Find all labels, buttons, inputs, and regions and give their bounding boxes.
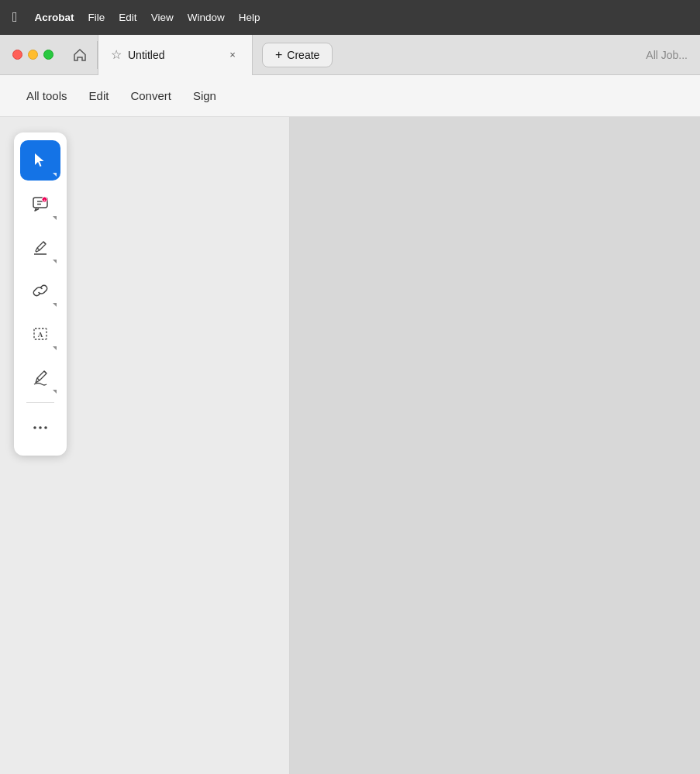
window-controls — [0, 50, 66, 60]
menu-help[interactable]: Help — [239, 12, 260, 23]
menu-window[interactable]: Window — [188, 12, 225, 23]
home-icon — [72, 47, 88, 63]
cursor-icon — [30, 150, 50, 170]
highlight-tool-button[interactable] — [20, 227, 60, 267]
close-window-button[interactable] — [12, 50, 22, 60]
svg-point-11 — [44, 426, 47, 429]
main-area: + — [0, 117, 700, 774]
svg-text:A: A — [38, 331, 43, 339]
menu-edit[interactable]: Edit — [119, 12, 136, 23]
background-tab-hint: All Job... — [633, 35, 700, 75]
text-select-tool-button[interactable]: A — [20, 314, 60, 354]
link-dropdown-indicator — [53, 303, 57, 307]
more-tools-button[interactable] — [20, 408, 60, 448]
tab-close-button[interactable]: × — [226, 48, 240, 62]
menu-bar:  Acrobat File Edit View Window Help — [0, 0, 700, 35]
link-icon — [30, 280, 50, 301]
create-button-label: Create — [287, 49, 319, 61]
toolbar-sign[interactable]: Sign — [185, 84, 224, 107]
comment-icon: + — [30, 194, 50, 214]
minimize-window-button[interactable] — [28, 50, 38, 60]
sign-icon — [30, 367, 50, 387]
maximize-window-button[interactable] — [43, 50, 53, 60]
right-panel — [290, 117, 700, 774]
svg-point-10 — [39, 426, 42, 429]
cursor-dropdown-indicator — [53, 173, 57, 177]
sign-dropdown-indicator — [53, 390, 57, 394]
menu-acrobat[interactable]: Acrobat — [35, 12, 74, 23]
apple-icon[interactable]:  — [12, 9, 18, 26]
highlight-icon — [30, 237, 50, 257]
svg-line-6 — [37, 248, 40, 250]
comment-dropdown-indicator — [53, 216, 57, 220]
text-select-icon: A — [30, 324, 50, 344]
menu-view[interactable]: View — [151, 12, 174, 23]
app-toolbar: All tools Edit Convert Sign — [0, 75, 700, 117]
more-icon — [30, 418, 50, 438]
toolbar-all-tools[interactable]: All tools — [19, 84, 75, 107]
left-panel: + — [0, 117, 290, 774]
tab-bar: ☆ Untitled × + Create All Job... — [0, 35, 700, 75]
svg-text:+: + — [43, 198, 46, 202]
active-tab[interactable]: ☆ Untitled × — [98, 35, 253, 75]
create-button[interactable]: + Create — [262, 43, 333, 67]
cursor-tool-button[interactable] — [20, 140, 60, 181]
highlight-dropdown-indicator — [53, 260, 57, 263]
text-select-dropdown-indicator — [53, 346, 57, 350]
menu-file[interactable]: File — [88, 12, 105, 23]
tool-separator — [26, 402, 54, 403]
tab-star-icon: ☆ — [111, 47, 122, 62]
toolbar-convert[interactable]: Convert — [122, 84, 179, 107]
home-button[interactable] — [66, 41, 94, 69]
create-plus-icon: + — [275, 48, 282, 62]
toolbar-edit[interactable]: Edit — [81, 84, 117, 107]
floating-toolbar: + — [14, 132, 67, 456]
link-tool-button[interactable] — [20, 270, 60, 311]
svg-point-9 — [33, 426, 36, 429]
comment-tool-button[interactable]: + — [20, 184, 60, 224]
tab-title: Untitled — [128, 49, 219, 61]
sign-tool-button[interactable] — [20, 357, 60, 397]
